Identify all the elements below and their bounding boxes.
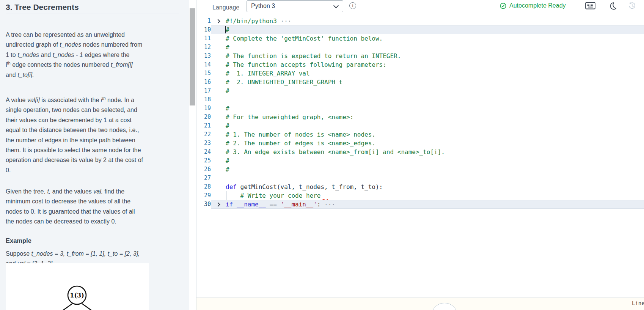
code-token: # bbox=[226, 87, 229, 94]
text-segment: and the values bbox=[50, 188, 93, 195]
code-line[interactable]: 1#!/bin/python3 ··· bbox=[196, 17, 644, 25]
line-number: 24 bbox=[196, 148, 211, 156]
code-token: def bbox=[226, 183, 237, 190]
text-segment: 0. bbox=[6, 167, 11, 173]
code-line[interactable]: 21# bbox=[196, 121, 644, 130]
code-line[interactable]: 26# bbox=[196, 165, 644, 174]
code-text: # 1. INTEGER_ARRAY val bbox=[226, 69, 644, 78]
line-number: 26 bbox=[196, 165, 211, 174]
text-segment: t_nodes bbox=[60, 41, 81, 48]
fold-gutter bbox=[211, 34, 226, 43]
code-token: # bbox=[226, 122, 229, 129]
code-line[interactable]: 18 bbox=[196, 95, 644, 104]
language-select[interactable]: Python 3 bbox=[247, 0, 343, 12]
fold-toggle-icon[interactable] bbox=[211, 200, 226, 209]
code-line[interactable]: 12# bbox=[196, 43, 644, 52]
text-segment: th bbox=[7, 61, 11, 65]
line-number: 19 bbox=[196, 104, 211, 113]
fold-gutter bbox=[211, 52, 226, 60]
code-token: # Write your code here bbox=[240, 192, 321, 199]
fold-gutter bbox=[211, 121, 226, 130]
line-number: 12 bbox=[196, 43, 211, 52]
text-segment: and bbox=[6, 72, 17, 78]
text-segment: val, bbox=[93, 188, 103, 195]
revert-history-icon bbox=[628, 2, 636, 10]
fold-toggle-icon[interactable] bbox=[211, 17, 226, 25]
code-editor-pane: Language Python 3 i Autocomplete Ready bbox=[196, 0, 644, 310]
text-segment: is associated with the bbox=[40, 97, 101, 103]
text-segment: edge connects the nodes numbered bbox=[11, 61, 111, 68]
code-text bbox=[226, 174, 644, 183]
text-cursor bbox=[225, 26, 226, 33]
line-number: 18 bbox=[196, 95, 211, 104]
code-line[interactable]: 16# 2. UNWEIGHTED_INTEGER_GRAPH t bbox=[196, 78, 644, 87]
code-line[interactable]: 14# The function accepts following param… bbox=[196, 60, 644, 69]
code-line[interactable]: 13# The function is expected to return a… bbox=[196, 52, 644, 60]
problem-paragraph: A tree can be represented as an unweight… bbox=[6, 30, 184, 80]
code-line[interactable]: 23# 2. The number of edges is <name>_edg… bbox=[196, 139, 644, 148]
problem-paragraph: A value val[i] is associated with the it… bbox=[6, 95, 184, 175]
text-segment: nodes to 0. It is guaranteed that the va… bbox=[6, 208, 135, 215]
text-segment: node. In a bbox=[106, 97, 135, 103]
code-text: # 2. UNWEIGHTED_INTEGER_GRAPH t bbox=[226, 78, 644, 87]
keyboard-shortcuts-button[interactable] bbox=[584, 0, 596, 11]
fold-gutter bbox=[211, 69, 226, 78]
code-line[interactable]: 11# Complete the 'getMinCost' function b… bbox=[196, 34, 644, 43]
tree-edge bbox=[62, 304, 72, 310]
code-line[interactable]: 10# bbox=[196, 25, 644, 34]
code-text: # bbox=[226, 104, 644, 113]
code-token: == bbox=[266, 201, 281, 208]
tree-node-label: 1(3) bbox=[70, 292, 84, 299]
code-token: #!/bin/python3 bbox=[226, 17, 277, 25]
code-token: # 2. UNWEIGHTED_INTEGER_GRAPH t bbox=[226, 79, 342, 86]
code-line[interactable]: 30if __name__ == '__main__': ··· bbox=[196, 200, 644, 209]
code-line[interactable]: 20# For the unweighted graph, <name>: bbox=[196, 113, 644, 121]
text-segment: t_nodes bbox=[17, 52, 39, 58]
code-editor-content[interactable]: 1#!/bin/python3 ···10#11# Complete the '… bbox=[196, 17, 644, 209]
code-text: # bbox=[226, 43, 644, 52]
code-line[interactable]: 17# bbox=[196, 87, 644, 95]
code-line[interactable]: 25# bbox=[196, 156, 644, 165]
title-divider bbox=[6, 14, 179, 14]
code-line[interactable]: 15# 1. INTEGER_ARRAY val bbox=[196, 69, 644, 78]
line-number: 17 bbox=[196, 87, 211, 95]
revert-history-button[interactable] bbox=[626, 0, 638, 11]
toolbar-divider bbox=[577, 0, 577, 11]
code-line[interactable]: 24# 3. An edge exists between <name>_fro… bbox=[196, 148, 644, 156]
fold-gutter bbox=[211, 148, 226, 156]
editor-toolbar: Language Python 3 i Autocomplete Ready bbox=[196, 0, 644, 17]
info-icon[interactable]: i bbox=[349, 2, 356, 9]
fold-gutter bbox=[211, 104, 226, 113]
code-line[interactable]: 22# 1. The number of nodes is <name>_nod… bbox=[196, 130, 644, 139]
code-token: # bbox=[226, 44, 229, 51]
text-segment: them. It is possible to select the same … bbox=[6, 147, 141, 153]
problem-pane-scrollbar-track[interactable] bbox=[189, 0, 196, 310]
text-segment: t_nodes - 1 bbox=[53, 52, 83, 58]
example-heading: Example bbox=[6, 237, 31, 244]
code-token: getMinCost(val, t_nodes, t_from, t_to): bbox=[237, 183, 383, 190]
problem-paragraph: Given the tree, t, and the values val, f… bbox=[6, 187, 184, 227]
code-token: # 2. The number of edges is <name>_edges… bbox=[226, 140, 375, 147]
error-squiggle bbox=[320, 191, 328, 200]
code-line[interactable]: 19# bbox=[196, 104, 644, 113]
text-segment: A value bbox=[6, 97, 27, 103]
code-line[interactable]: 27 bbox=[196, 174, 644, 183]
code-token bbox=[233, 201, 237, 208]
code-token: # The function is expected to return an … bbox=[226, 52, 401, 60]
autocomplete-status-text: Autocomplete Ready bbox=[509, 2, 566, 9]
language-label: Language bbox=[212, 4, 239, 11]
text-segment: minimum cost to decrease the values of a… bbox=[6, 198, 130, 205]
line-number: 1 bbox=[196, 17, 211, 25]
code-line[interactable]: 29 # Write your code here bbox=[196, 191, 644, 200]
dark-mode-toggle-button[interactable] bbox=[607, 0, 618, 11]
tree-edge bbox=[82, 304, 93, 310]
problem-pane-scrollbar-thumb[interactable] bbox=[190, 8, 195, 105]
code-line[interactable]: 28def getMinCost(val, t_nodes, t_from, t… bbox=[196, 183, 644, 191]
line-number: 10 bbox=[196, 25, 211, 34]
code-token: ··· bbox=[320, 201, 335, 208]
code-token: # 3. An edge exists between <name>_from[… bbox=[226, 148, 445, 156]
code-text: # The function is expected to return an … bbox=[226, 52, 644, 60]
text-segment: and bbox=[39, 52, 53, 58]
fold-gutter bbox=[211, 191, 226, 200]
text-segment: find the bbox=[103, 188, 124, 195]
